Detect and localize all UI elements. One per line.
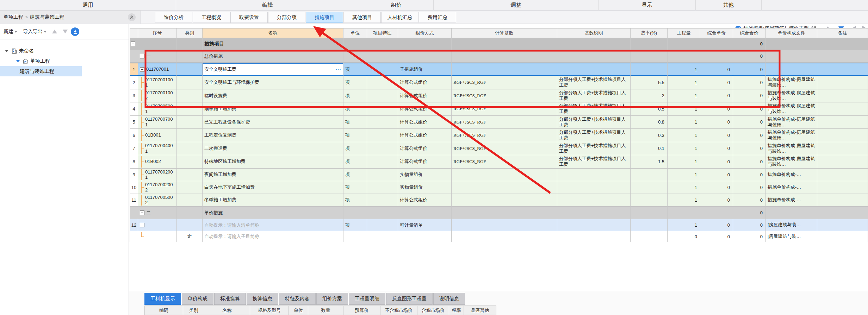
seq-cell[interactable]: 011707001001 <box>138 76 177 89</box>
note-cell[interactable] <box>817 102 868 116</box>
method-cell[interactable]: 计算公式组价 <box>398 89 452 103</box>
table-row[interactable]: 一总价措施0 <box>130 50 868 63</box>
unit-cell[interactable]: 项 <box>343 155 367 169</box>
price-file-cell[interactable]: 措施单价构成-… <box>766 194 817 207</box>
feature-cell[interactable] <box>367 63 398 76</box>
rate-cell[interactable] <box>631 194 668 207</box>
name-cell[interactable]: 冬季施工增加费 <box>203 194 343 207</box>
category-cell[interactable] <box>177 142 203 156</box>
note-cell[interactable] <box>817 63 868 76</box>
tab-人材机汇总[interactable]: 人材机汇总 <box>381 12 418 23</box>
sidebar-item-单项工程[interactable]: 单项工程 <box>0 56 129 66</box>
column-header-单价构成文件[interactable]: 单价构成文件 <box>766 28 817 38</box>
base-desc-cell[interactable] <box>557 207 631 219</box>
name-cell[interactable]: 单价措施 <box>203 207 343 219</box>
seq-cell[interactable]: 011707005001 <box>138 102 177 116</box>
breadcrumb-item-current[interactable]: 建筑与装饰工程 <box>30 14 64 20</box>
quantity-cell[interactable]: 1 <box>668 194 700 207</box>
column-header-备注[interactable]: 备注 <box>817 28 868 38</box>
calc-base-cell[interactable] <box>452 194 557 207</box>
ribbon-menu-编辑[interactable]: 编辑 <box>176 0 359 10</box>
unit-cell[interactable]: 项 <box>343 76 367 89</box>
table-row[interactable]: 11011707005002冬季施工增加费项计算公式组价100措施单价构成-… <box>130 194 868 207</box>
quantity-cell[interactable] <box>668 38 700 50</box>
total-price-cell[interactable]: 0 <box>733 129 766 142</box>
unit-price-cell[interactable]: 0 <box>700 116 733 129</box>
ribbon-menu-其他[interactable]: 其他 <box>696 0 762 10</box>
base-desc-cell[interactable]: 分部分项人工费+技术措施项目人工费 <box>557 129 631 142</box>
unit-cell[interactable]: 项 <box>343 102 367 116</box>
feature-cell[interactable] <box>367 231 398 242</box>
detail-tab-反查图形工程量[interactable]: 反查图形工程量 <box>386 293 433 305</box>
note-cell[interactable] <box>817 181 868 194</box>
row-number-cell[interactable]: 6 <box>130 129 138 142</box>
method-cell[interactable]: 子措施组价 <box>398 63 452 76</box>
feature-cell[interactable] <box>367 76 398 89</box>
unit-price-cell[interactable]: 0 <box>700 89 733 103</box>
unit-cell[interactable]: 项 <box>343 116 367 129</box>
seq-cell[interactable]: 一 <box>138 50 177 63</box>
name-cell[interactable]: 已完工程及设备保护费 <box>203 116 343 129</box>
price-file-cell[interactable] <box>766 38 817 50</box>
total-price-cell[interactable]: 0 <box>733 169 766 181</box>
tab-取费设置[interactable]: 取费设置 <box>230 12 268 23</box>
base-desc-cell[interactable]: 分部分项人工费+技术措施项目人工费 <box>557 102 631 116</box>
method-cell[interactable]: 计算公式组价 <box>398 116 452 129</box>
table-row[interactable]: 5011707007001已完工程及设备保护费项计算公式组价RGF+JSCS_R… <box>130 116 868 129</box>
category-cell[interactable] <box>177 181 203 194</box>
note-cell[interactable] <box>817 89 868 103</box>
unit-price-cell[interactable]: 0 <box>700 181 733 194</box>
note-cell[interactable] <box>817 207 868 219</box>
unit-cell[interactable]: 项 <box>343 89 367 103</box>
row-number-cell[interactable]: 9 <box>130 169 138 181</box>
ribbon-menu-组价[interactable]: 组价 <box>359 0 434 10</box>
detail-tab-工程量明细[interactable]: 工程量明细 <box>349 293 385 305</box>
collapse-toggle-icon[interactable] <box>140 223 144 227</box>
base-desc-cell[interactable]: 分部分项人工费+技术措施项目人工费 <box>557 76 631 89</box>
detail-column-header-是否暂估[interactable]: 是否暂估 <box>464 305 496 315</box>
import-export-button[interactable]: 导入导出 <box>23 29 46 35</box>
detail-column-header-含税市场价[interactable]: 含税市场价 <box>417 305 449 315</box>
row-number-cell[interactable]: 1 <box>130 63 138 76</box>
table-row[interactable]: 12自动提示：请输入清单简称项可计量清单100[房屋建筑与装… <box>130 219 868 231</box>
collapse-toggle-icon[interactable] <box>140 54 144 58</box>
method-cell[interactable]: 实物量组价 <box>398 169 452 181</box>
category-cell[interactable] <box>177 155 203 169</box>
table-row[interactable]: 801B002特殊地区施工增加费项计算公式组价RGF+JSCS_RGF分部分项人… <box>130 155 868 169</box>
quantity-cell[interactable]: 1 <box>668 129 700 142</box>
rate-cell[interactable] <box>631 38 668 50</box>
collapse-toggle-icon[interactable] <box>131 42 135 46</box>
unit-price-cell[interactable]: 0 <box>700 63 733 76</box>
rate-cell[interactable]: 0.5 <box>631 102 668 116</box>
seq-cell[interactable]: 二 <box>138 207 177 219</box>
category-cell[interactable] <box>177 169 203 181</box>
table-row[interactable]: 1011707001安全文明施工费···项子措施组价100 <box>130 63 868 76</box>
collapse-toggle-icon[interactable] <box>140 67 144 72</box>
category-cell[interactable] <box>177 89 203 103</box>
seq-cell[interactable]: 011707005002 <box>138 194 177 207</box>
seq-cell[interactable]: 011707002002 <box>138 181 177 194</box>
base-desc-cell[interactable]: 分部分项人工费+技术措施项目人工费 <box>557 142 631 156</box>
total-price-cell[interactable]: 0 <box>733 219 766 231</box>
table-row[interactable]: 7011707004001二次搬运费项计算公式组价RGF+JSCS_RGF分部分… <box>130 142 868 156</box>
note-cell[interactable] <box>817 38 868 50</box>
table-row[interactable]: 9011707002001夜间施工增加费项实物量组价100措施单价构成-… <box>130 169 868 181</box>
row-number-cell[interactable]: 12 <box>130 219 138 231</box>
price-file-cell[interactable]: 措施单价构成-房屋建筑与装饰… <box>766 89 817 103</box>
name-cell[interactable]: 安全文明施工费··· <box>203 63 343 76</box>
feature-cell[interactable] <box>367 219 398 231</box>
method-cell[interactable]: 计算公式组价 <box>398 102 452 116</box>
unit-price-cell[interactable]: 0 <box>700 129 733 142</box>
unit-price-cell[interactable]: 0 <box>700 219 733 231</box>
method-cell[interactable]: 计算公式组价 <box>398 155 452 169</box>
row-number-cell[interactable] <box>130 231 138 242</box>
quantity-cell[interactable]: 1 <box>668 181 700 194</box>
row-number-cell[interactable]: 11 <box>130 194 138 207</box>
calc-base-cell[interactable]: RGF+JSCS_RGF <box>452 102 557 116</box>
tree-move-down-button[interactable] <box>63 30 68 33</box>
note-cell[interactable] <box>817 142 868 156</box>
calc-base-cell[interactable]: RGF+JSCS_RGF <box>452 76 557 89</box>
rate-cell[interactable] <box>631 50 668 63</box>
unit-cell[interactable]: 项 <box>343 219 367 231</box>
name-cell[interactable]: 自动提示：请输入子目简称 <box>203 231 343 242</box>
